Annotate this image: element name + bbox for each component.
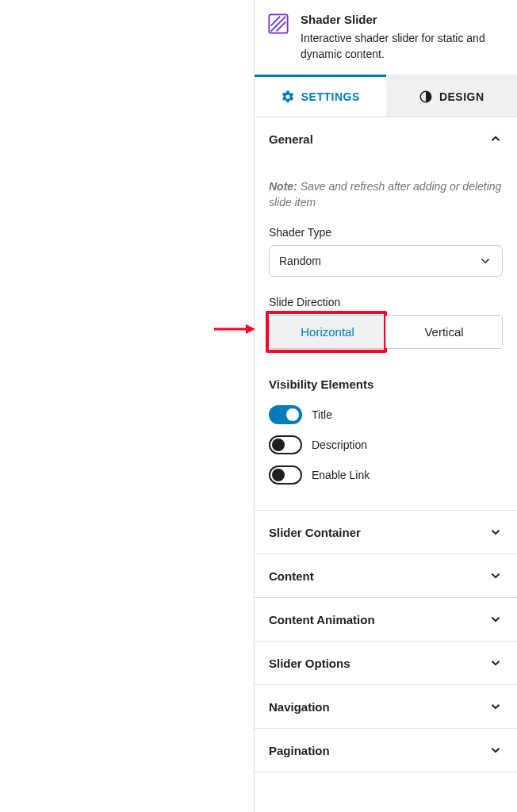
block-title: Shader Slider bbox=[301, 13, 504, 26]
chevron-down-icon bbox=[488, 656, 503, 670]
slide-direction-group: Horizontal Vertical bbox=[269, 315, 503, 349]
toggle-description[interactable] bbox=[269, 435, 302, 454]
contrast-icon bbox=[419, 90, 433, 104]
block-description: Interactive shader slider for static and… bbox=[301, 31, 504, 62]
tab-design-label: DESIGN bbox=[439, 90, 484, 103]
section-general-body: Note: Save and refresh after adding or d… bbox=[255, 179, 517, 510]
section-navigation-label: Navigation bbox=[269, 700, 330, 714]
chevron-down-icon bbox=[488, 699, 503, 714]
shader-type-label: Shader Type bbox=[269, 226, 503, 239]
tab-settings[interactable]: SETTINGS bbox=[255, 75, 386, 117]
section-general: General Note: Save and refresh after add… bbox=[255, 117, 517, 511]
block-header: Shader Slider Interactive shader slider … bbox=[255, 0, 517, 75]
shader-slider-icon bbox=[267, 13, 289, 35]
section-content-heading[interactable]: Content bbox=[255, 554, 517, 597]
note-text: Save and refresh after adding or deletin… bbox=[269, 180, 501, 209]
section-content-animation-heading[interactable]: Content Animation bbox=[255, 598, 517, 641]
chevron-down-icon bbox=[488, 569, 503, 583]
section-content-label: Content bbox=[269, 569, 314, 583]
general-note: Note: Save and refresh after adding or d… bbox=[269, 179, 503, 210]
tab-bar: SETTINGS DESIGN bbox=[255, 75, 517, 117]
tab-settings-label: SETTINGS bbox=[301, 90, 360, 103]
visibility-heading: Visibility Elements bbox=[269, 377, 503, 391]
annotation-arrow bbox=[213, 322, 255, 336]
toggle-enable-link[interactable] bbox=[269, 465, 302, 485]
settings-sidebar: Shader Slider Interactive shader slider … bbox=[254, 0, 517, 812]
slide-direction-label: Slide Direction bbox=[269, 296, 503, 308]
section-content-animation-label: Content Animation bbox=[269, 613, 375, 626]
direction-vertical-label: Vertical bbox=[424, 325, 463, 339]
direction-vertical-button[interactable]: Vertical bbox=[385, 316, 502, 348]
direction-horizontal-label: Horizontal bbox=[301, 325, 354, 339]
tab-design[interactable]: DESIGN bbox=[386, 75, 518, 117]
section-slider-options-heading[interactable]: Slider Options bbox=[255, 642, 517, 684]
chevron-down-icon bbox=[478, 254, 492, 268]
section-general-heading[interactable]: General bbox=[255, 117, 517, 160]
chevron-down-icon bbox=[488, 743, 503, 757]
gear-icon bbox=[281, 90, 295, 104]
chevron-down-icon bbox=[488, 612, 503, 626]
direction-horizontal-button[interactable]: Horizontal bbox=[270, 316, 385, 348]
chevron-up-icon bbox=[488, 132, 503, 146]
toggle-title-label: Title bbox=[312, 408, 332, 421]
section-navigation-heading[interactable]: Navigation bbox=[255, 685, 517, 728]
shader-type-select[interactable]: Random bbox=[269, 245, 503, 277]
note-prefix: Note: bbox=[269, 180, 297, 193]
chevron-down-icon bbox=[488, 525, 503, 539]
section-slider-container-heading[interactable]: Slider Container bbox=[255, 511, 517, 553]
section-slider-container-label: Slider Container bbox=[269, 526, 361, 539]
section-pagination-heading[interactable]: Pagination bbox=[255, 729, 517, 772]
shader-type-value: Random bbox=[279, 255, 321, 267]
toggle-title[interactable] bbox=[269, 405, 302, 424]
toggle-enable-link-label: Enable Link bbox=[312, 469, 370, 481]
toggle-description-label: Description bbox=[312, 439, 367, 451]
section-slider-options-label: Slider Options bbox=[269, 657, 350, 670]
section-pagination-label: Pagination bbox=[269, 744, 330, 757]
section-general-label: General bbox=[269, 132, 313, 146]
